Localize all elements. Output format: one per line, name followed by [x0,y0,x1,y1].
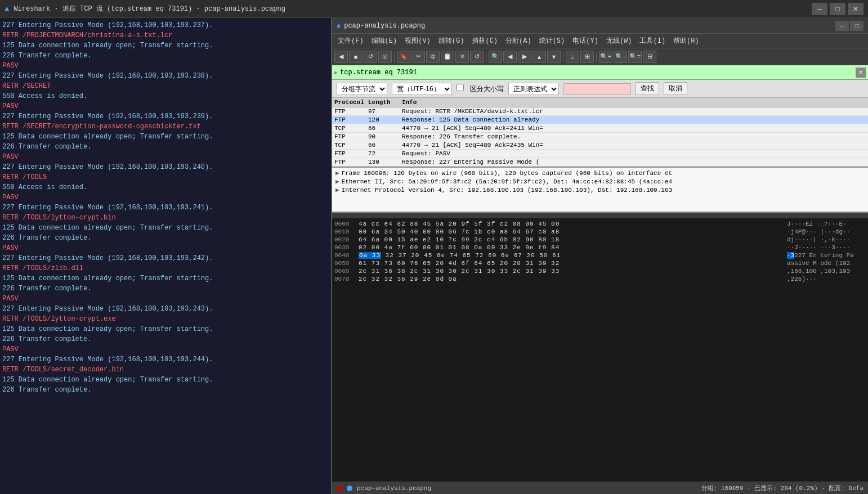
packet-protocol: FTP [334,116,368,123]
stream-search-input[interactable] [563,83,631,95]
cancel-button[interactable]: 取消 [664,82,687,95]
toolbar-stop-btn[interactable]: ■ [349,51,363,63]
toolbar-separator-4 [596,52,597,62]
toolbar-down-btn[interactable]: ▼ [547,51,561,63]
toolbar-back-btn[interactable]: ◀ [334,51,348,63]
toolbar-zoom-in-btn[interactable]: 🔍+ [599,51,612,63]
stream-line: 227 Entering Passive Mode (192,168,100,1… [2,162,329,172]
packet-info: 44770 → 21 [ACK] Seq=480 Ack=2411 Win= [402,125,866,132]
table-row[interactable]: FTP 90 Response: 226 Transfer complete. [332,133,868,141]
toolbar-undo-btn[interactable]: ↺ [470,51,484,63]
menu-item-统计S[interactable]: 统计(S) [536,35,569,47]
packet-protocol: FTP [334,133,368,140]
hex-offset: 0020 [334,236,354,243]
menu-item-跳转G[interactable]: 跳转(G) [435,35,468,47]
menu-item-帮助H[interactable]: 帮助(H) [670,35,703,47]
maximize-button[interactable]: □ [830,3,845,15]
toolbar-prev-btn[interactable]: ◀ [503,51,517,63]
table-row[interactable]: FTP 130 Response: 227 Entering Passive M… [332,158,868,167]
horizontal-scrollbar[interactable] [332,213,868,218]
hex-ascii: ,168,100 ,103,193 [787,268,866,275]
minimize-button[interactable]: ─ [812,3,827,15]
protocol-column-header: Protocol [334,99,368,106]
stream-line: 227 Entering Passive Mode (192,168,100,1… [2,71,329,81]
toolbar-zoom-reset-btn[interactable]: 🔍= [628,51,642,63]
info-column-header: Info [402,99,866,106]
stream-line: 226 Transfer complete. [2,51,329,61]
table-row[interactable]: FTP 97 Request: RETR /MKDELTA/david-k.tx… [332,107,868,116]
stream-line: 125 Data connection already open; Transf… [2,324,329,334]
stream-line: PASV [2,243,329,253]
toolbar-search-btn[interactable]: 🔍 [489,51,502,63]
toolbar-refresh-btn[interactable]: ↺ [364,51,377,63]
hex-bytes: 0a 33 32 37 20 45 6e 74 65 72 69 6e 67 2… [359,252,782,259]
width-select[interactable]: 宽（UTF-16） [392,83,452,95]
menu-item-分析A[interactable]: 分析(A) [502,35,535,47]
toolbar-layout-btn[interactable]: ⊟ [643,51,656,63]
stream-line: 227 Entering Passive Mode (192,168,100,1… [2,304,329,314]
regex-select[interactable]: 正则表达式 [508,83,559,95]
detail-row[interactable]: ▶ Frame 160096: 120 bytes on wire (960 b… [334,169,866,177]
hex-offset: 0030 [334,244,354,251]
detail-row[interactable]: ▶ Internet Protocol Version 4, Src: 192.… [334,186,866,194]
toolbar-copy-btn[interactable]: ⧉ [426,51,440,63]
packet-protocol: FTP [334,150,368,157]
toolbar-zoom-out-btn[interactable]: 🔍- [614,51,627,63]
find-button[interactable]: 查找 [636,82,659,95]
expand-arrow-icon: ▶ [335,178,339,185]
toolbar-bookmark-btn[interactable]: 🔖 [397,51,410,63]
packet-info: Response: 226 Transfer complete. [402,133,866,140]
hex-bytes: 2c 32 32 36 29 2e 0d 0a [359,276,782,282]
stream-line: 226 Transfer complete. [2,334,329,344]
menu-item-电话Y[interactable]: 电话(Y) [569,35,602,47]
groupby-select[interactable]: 分组字节流 [337,83,387,95]
filter-input[interactable] [340,69,856,77]
toolbar-filter-bar-btn[interactable]: ≡ [566,51,579,63]
stream-line: RETR /PROJECTMONARCH/christina-a-s.txt.l… [2,30,329,41]
toolbar-delete-btn[interactable]: ✕ [455,51,469,63]
toolbar-table-btn[interactable]: ⊞ [580,51,594,63]
wireshark-main-panel: ▲ pcap-analysis.pcapng ─ □ 文件(F)编辑(E)视图(… [332,18,868,494]
hex-highlight: 0a 33 [359,252,381,259]
hex-offset: 0010 [334,228,354,235]
stream-controls: 分组字节流 宽（UTF-16） 区分大小写 正则表达式 查找 取消 [332,80,868,98]
stream-line: RETR /TOOLS/zlib.dll [2,263,329,273]
menu-item-编辑E[interactable]: 编辑(E) [368,35,401,47]
ws-minimize-button[interactable]: ─ [835,21,849,31]
menu-item-捕获C[interactable]: 捕获(C) [468,35,501,47]
expand-arrow-icon: ▶ [335,186,339,194]
menu-item-无线W[interactable]: 无线(W) [603,35,636,47]
table-row[interactable]: FTP 120 Response: 125 Data connection al… [332,116,868,124]
length-column-header: Length [368,99,402,106]
packet-info: Request: RETR /MKDELTA/david-k.txt.lcr [402,108,866,115]
close-button[interactable]: ✕ [848,3,863,15]
case-sensitive-checkbox[interactable] [457,84,464,91]
menu-item-视图V[interactable]: 视图(V) [401,35,434,47]
stream-line: 227 Entering Passive Mode (192,168,100,1… [2,354,329,365]
ws-maximize-button[interactable]: □ [850,21,863,31]
detail-text: Internet Protocol Version 4, Src: 192.16… [342,187,673,194]
stream-line: PASV [2,101,329,111]
toolbar-next-btn[interactable]: ▶ [518,51,531,63]
hex-ascii: dj·····| ·,·k···· [787,236,866,243]
detail-row[interactable]: ▶ Ethernet II, Src: 5a:20:9f:5f:3f:c2 (5… [334,177,866,186]
table-row[interactable]: FTP 72 Request: PASV [332,150,868,158]
packet-length: 66 [368,142,402,149]
toolbar-target-btn[interactable]: ◎ [378,51,392,63]
filter-close-button[interactable]: ✕ [856,68,866,78]
stream-line: 226 Transfer complete. [2,233,329,243]
detail-text: Ethernet II, Src: 5a:20:9f:5f:3f:c2 (5a:… [342,178,673,185]
packet-list: Protocol Length Info FTP 97 Request: RET… [332,98,868,168]
menu-item-文件F[interactable]: 文件(F) [334,35,367,47]
hex-offset: 0000 [334,221,354,227]
hex-ascii: J····EZ ·_?···E· [787,221,866,227]
hex-bytes: 02 00 4a 7f 00 00 01 01 08 0a 00 33 2e 9… [359,244,782,251]
toolbar: ◀ ■ ↺ ◎ 🔖 ✂ ⧉ 📋 ✕ ↺ 🔍 ◀ ▶ ▲ ▼ ≡ ⊞ [332,48,868,65]
menu-item-工具I[interactable]: 工具(I) [636,35,669,47]
table-row[interactable]: TCP 66 44770 → 21 [ACK] Seq=480 Ack=2411… [332,124,868,133]
toolbar-up-btn[interactable]: ▲ [533,51,546,63]
toolbar-cut-btn[interactable]: ✂ [411,51,425,63]
toolbar-paste-btn[interactable]: 📋 [441,51,454,63]
table-row[interactable]: TCP 66 44770 → 21 [ACK] Seq=480 Ack=2435… [332,141,868,150]
status-bar: pcap-analysis.pcapng 分组: 160859 · 已显示: 2… [332,482,868,494]
